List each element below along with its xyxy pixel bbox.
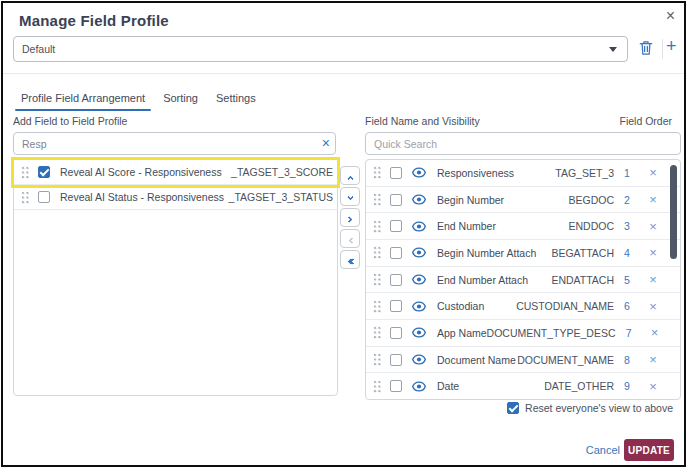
field-order-number: 3 [614, 220, 640, 232]
right-search [365, 132, 681, 155]
field-checkbox[interactable] [390, 300, 402, 312]
field-code: DOCUMENT_NAME [517, 354, 614, 366]
field-name: Begin Number [437, 194, 504, 206]
drag-handle-icon[interactable] [373, 166, 382, 179]
profile-field-row[interactable]: App Name DOCUMENT_TYPE_DESC 7 × [366, 320, 680, 347]
add-profile-button[interactable]: + [666, 36, 677, 57]
field-code: _TAGSET_3_STATUS [229, 191, 333, 203]
transfer-button[interactable] [340, 229, 360, 248]
visibility-eye-icon[interactable] [411, 381, 427, 392]
field-checkbox[interactable] [38, 191, 50, 203]
header-divider [3, 73, 684, 74]
profile-field-row[interactable]: End Number ENDDOC 3 × [366, 213, 680, 240]
field-checkbox[interactable] [390, 247, 402, 259]
profile-field-row[interactable]: Begin Number Attach BEGATTACH 4 × [366, 240, 680, 267]
reset-checkbox[interactable] [507, 402, 519, 414]
field-order-header: Field Order [619, 115, 672, 127]
field-order-number: 9 [614, 380, 640, 392]
visibility-eye-icon[interactable] [411, 327, 427, 338]
field-order-number: 5 [614, 274, 640, 286]
transfer-button[interactable] [340, 187, 360, 206]
field-checkbox[interactable] [390, 327, 402, 339]
drag-handle-icon[interactable] [373, 326, 382, 339]
profile-field-row[interactable]: Custodian CUSTODIAN_NAME 6 × [366, 293, 680, 320]
add-field-search-input[interactable] [13, 132, 336, 155]
transfer-button[interactable] [340, 250, 360, 269]
field-name: End Number Attach [437, 274, 528, 286]
remove-field-icon[interactable]: × [642, 325, 668, 340]
visibility-eye-icon[interactable] [411, 167, 427, 178]
profile-field-row[interactable]: Date DATE_OTHER 9 × [366, 373, 680, 399]
remove-field-icon[interactable]: × [640, 219, 666, 234]
available-field-row[interactable]: Reveal AI Status - Responsiveness _TAGSE… [14, 185, 337, 210]
quick-search-input[interactable] [365, 132, 681, 155]
left-search: × [13, 132, 336, 155]
field-checkbox[interactable] [390, 194, 402, 206]
chevron-icon [347, 252, 354, 267]
tab[interactable]: Profile Field Arrangement [19, 92, 147, 111]
field-checkbox[interactable] [390, 354, 402, 366]
available-field-row[interactable]: Reveal AI Score - Responsiveness _TAGSET… [14, 160, 337, 185]
field-order-number: 2 [614, 194, 640, 206]
drag-handle-icon[interactable] [373, 273, 382, 286]
field-checkbox[interactable] [390, 274, 402, 286]
chevron-icon [348, 168, 353, 183]
field-name: Custodian [437, 300, 484, 312]
caret-down-icon [609, 47, 617, 52]
drag-handle-icon[interactable] [373, 380, 382, 393]
remove-field-icon[interactable]: × [640, 352, 666, 367]
drag-handle-icon[interactable] [373, 300, 382, 313]
field-checkbox[interactable] [38, 166, 50, 178]
trash-icon [639, 40, 653, 56]
field-order-number: 6 [614, 300, 640, 312]
scrollbar-thumb[interactable] [670, 165, 677, 259]
field-checkbox[interactable] [390, 220, 402, 232]
remove-field-icon[interactable]: × [640, 379, 666, 394]
transfer-button[interactable] [340, 166, 360, 185]
drag-handle-icon[interactable] [373, 220, 382, 233]
drag-handle-icon[interactable] [21, 191, 30, 204]
field-code: _TAGSET_3_SCORE [231, 166, 333, 178]
profile-field-row[interactable]: Begin Number BEGDOC 2 × [366, 187, 680, 214]
drag-handle-icon[interactable] [373, 193, 382, 206]
remove-field-icon[interactable]: × [640, 299, 666, 314]
remove-field-icon[interactable]: × [640, 245, 666, 260]
profile-field-row[interactable]: Responsiveness TAG_SET_3 1 × [366, 160, 680, 187]
profile-fields-list: Responsiveness TAG_SET_3 1 × Begin Numbe… [365, 159, 681, 400]
remove-field-icon[interactable]: × [640, 165, 666, 180]
profile-select[interactable]: Default [13, 36, 628, 62]
reset-view-row: Reset everyone's view to above [507, 402, 673, 414]
field-code: DATE_OTHER [544, 380, 614, 392]
visibility-eye-icon[interactable] [411, 247, 427, 258]
drag-handle-icon[interactable] [21, 166, 30, 179]
visibility-eye-icon[interactable] [411, 221, 427, 232]
cancel-button[interactable]: Cancel [586, 444, 620, 456]
visibility-eye-icon[interactable] [411, 354, 427, 365]
tab[interactable]: Settings [214, 92, 258, 111]
remove-field-icon[interactable]: × [640, 272, 666, 287]
delete-profile-button[interactable] [639, 40, 653, 59]
visibility-eye-icon[interactable] [411, 194, 427, 205]
visibility-eye-icon[interactable] [411, 274, 427, 285]
field-checkbox[interactable] [390, 167, 402, 179]
transfer-button[interactable] [340, 208, 360, 227]
close-icon[interactable]: × [666, 8, 675, 24]
field-code: CUSTODIAN_NAME [516, 300, 614, 312]
remove-field-icon[interactable]: × [640, 192, 666, 207]
profile-field-row[interactable]: End Number Attach ENDATTACH 5 × [366, 267, 680, 294]
toolbar-divider [662, 39, 663, 59]
drag-handle-icon[interactable] [373, 246, 382, 259]
tab[interactable]: Sorting [161, 92, 200, 111]
field-code: BEGATTACH [551, 247, 614, 259]
profile-field-row[interactable]: Document Name DOCUMENT_NAME 8 × [366, 347, 680, 374]
drag-handle-icon[interactable] [373, 353, 382, 366]
clear-search-icon[interactable]: × [322, 134, 330, 152]
update-button[interactable]: UPDATE [624, 439, 674, 461]
field-checkbox[interactable] [390, 380, 402, 392]
field-code: TAG_SET_3 [555, 167, 614, 179]
manage-field-profile-dialog: Manage Field Profile × Default + Profile… [1, 1, 686, 467]
field-name: Responsiveness [437, 167, 514, 179]
field-code: ENDDOC [568, 220, 614, 232]
field-order-number: 7 [616, 327, 642, 339]
visibility-eye-icon[interactable] [411, 301, 427, 312]
